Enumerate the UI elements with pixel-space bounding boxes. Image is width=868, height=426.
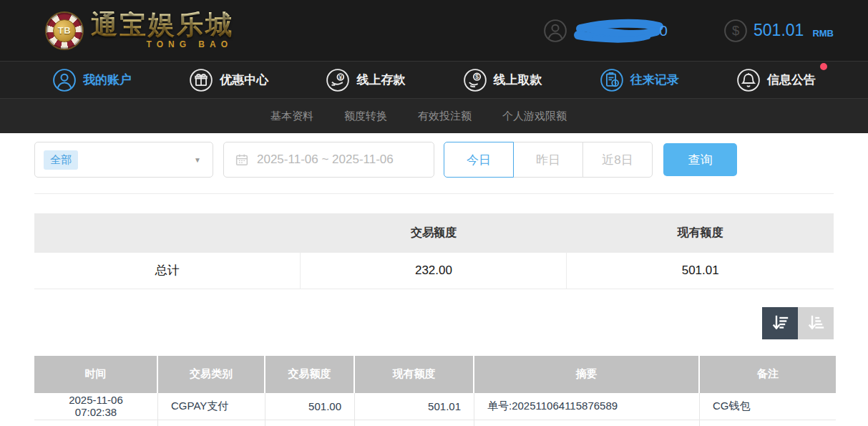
svg-text:$: $: [475, 73, 479, 80]
summary-total-row: 总计 232.00 501.01: [34, 253, 834, 289]
subnav-item-credit-transfer[interactable]: 额度转换: [344, 110, 387, 123]
gift-icon: [189, 68, 213, 92]
summary-header-current-amount: 现有额度: [567, 213, 834, 253]
nav-item-my-account[interactable]: 我的账户: [52, 68, 132, 92]
nav-item-announcements[interactable]: 信息公告: [736, 68, 816, 92]
sort-ascending-icon: [806, 314, 825, 332]
date-range-input[interactable]: 2025-11-06 ~ 2025-11-06: [223, 142, 434, 178]
nav-label: 信息公告: [767, 72, 816, 88]
withdraw-hand-dollar-icon: $: [463, 68, 487, 92]
nav-item-promotions[interactable]: 优惠中心: [189, 68, 268, 92]
sort-descending-icon: [771, 314, 789, 332]
filter-bar: 全部 ▼ 2025-11-06 ~ 2025-11-06 今日 昨日 近8日 查…: [34, 142, 834, 194]
poker-chip-icon: TB: [47, 13, 82, 49]
table-row-partial: [34, 420, 836, 426]
nav-item-transaction-records[interactable]: 往来记录: [600, 68, 679, 92]
nav-item-online-withdrawal[interactable]: $ 线上取款: [463, 68, 542, 92]
record-current-amount: 501.01: [355, 393, 474, 420]
record-type: CGPAY支付: [158, 393, 265, 420]
deposit-hand-coin-icon: ¥: [326, 68, 350, 92]
records-header-current-amount: 现有额度: [355, 356, 474, 393]
balance-display[interactable]: $ 501.01 RMB: [723, 19, 834, 43]
svg-text:¥: ¥: [339, 73, 343, 80]
quick-filter-today-button[interactable]: 今日: [444, 142, 514, 178]
sort-descending-button[interactable]: [762, 307, 798, 339]
nav-label: 优惠中心: [220, 72, 268, 88]
dollar-icon: $: [723, 19, 748, 43]
balance-amount: 501.01: [754, 21, 804, 40]
records-header-row: 时间 交易类别 交易额度 现有额度 摘要 备注: [34, 356, 836, 393]
transaction-records-table: 时间 交易类别 交易额度 现有额度 摘要 备注 2025-11-06 07:02…: [34, 356, 836, 426]
records-header-time: 时间: [34, 356, 158, 393]
chip-initials: TB: [53, 19, 76, 42]
quick-filter-last8days-button[interactable]: 近8日: [582, 142, 653, 178]
nav-item-online-deposit[interactable]: ¥ 线上存款: [326, 68, 405, 92]
user-icon: [543, 19, 567, 43]
nav-label: 往来记录: [630, 72, 679, 88]
record-summary: 单号:202511064115876589: [474, 393, 700, 420]
username-display[interactable]: 0: [543, 18, 668, 44]
summary-header-row: 交易额度 现有额度: [34, 213, 834, 253]
summary-transaction-amount: 232.00: [301, 253, 567, 289]
account-sub-navigation: 基本资料 额度转换 有效投注额 个人游戏限额: [0, 98, 868, 133]
records-clipboard-clock-icon: [600, 68, 624, 92]
record-time: 2025-11-06 07:02:38: [34, 393, 158, 420]
table-row: 2025-11-06 07:02:38 CGPAY支付 501.00 501.0…: [34, 393, 836, 420]
record-transaction-amount: 501.00: [265, 393, 355, 420]
balance-currency: RMB: [812, 23, 834, 39]
records-header-transaction-amount: 交易额度: [265, 356, 355, 393]
account-area: 0 $ 501.01 RMB: [543, 18, 834, 44]
summary-header-transaction-amount: 交易额度: [301, 213, 567, 253]
brand-name-cn: 通宝娱乐城: [91, 11, 234, 38]
record-remark: CG钱包: [700, 393, 836, 420]
category-select[interactable]: 全部 ▼: [34, 142, 213, 178]
subnav-item-personal-game-limits[interactable]: 个人游戏限额: [502, 110, 567, 123]
svg-text:$: $: [732, 23, 739, 38]
brand-name-en: TONG BAO: [91, 39, 234, 49]
summary-total-label: 总计: [34, 253, 301, 289]
subnav-item-valid-bets[interactable]: 有效投注额: [418, 110, 472, 123]
category-selected-value: 全部: [44, 150, 78, 170]
brand-text: 通宝娱乐城 TONG BAO: [91, 11, 234, 49]
main-content: 全部 ▼ 2025-11-06 ~ 2025-11-06 今日 昨日 近8日 查…: [0, 133, 868, 426]
nav-label: 线上存款: [356, 72, 405, 88]
summary-header-empty: [34, 213, 301, 253]
brand-logo[interactable]: TB 通宝娱乐城 TONG BAO: [47, 11, 234, 49]
records-header-summary: 摘要: [474, 356, 700, 393]
quick-filter-yesterday-button[interactable]: 昨日: [513, 142, 583, 178]
user-icon: [52, 68, 77, 92]
bell-icon: [736, 68, 761, 92]
calendar-icon: [234, 152, 250, 168]
nav-label: 线上取款: [494, 72, 542, 88]
search-button[interactable]: 查询: [663, 143, 737, 176]
records-header-remark: 备注: [700, 356, 836, 393]
main-navigation: 我的账户 优惠中心 ¥ 线上存款 $ 线上取款: [0, 61, 868, 98]
chevron-down-icon: ▼: [194, 156, 201, 164]
subnav-item-basic-info[interactable]: 基本资料: [270, 110, 313, 123]
username-redaction-scribble: [573, 18, 665, 44]
summary-table: 交易额度 现有额度 总计 232.00 501.01: [34, 213, 834, 289]
notification-dot: [820, 63, 827, 70]
nav-label: 我的账户: [83, 72, 132, 88]
quick-range-button-group: 今日 昨日 近8日: [444, 142, 653, 178]
top-header: TB 通宝娱乐城 TONG BAO 0: [0, 0, 868, 61]
summary-current-amount: 501.01: [567, 253, 834, 289]
sort-ascending-button[interactable]: [798, 307, 834, 339]
username-visible-suffix: 0: [659, 22, 668, 39]
records-header-type: 交易类别: [158, 356, 265, 393]
sort-controls: [34, 307, 834, 339]
date-range-value: 2025-11-06 ~ 2025-11-06: [257, 153, 394, 167]
